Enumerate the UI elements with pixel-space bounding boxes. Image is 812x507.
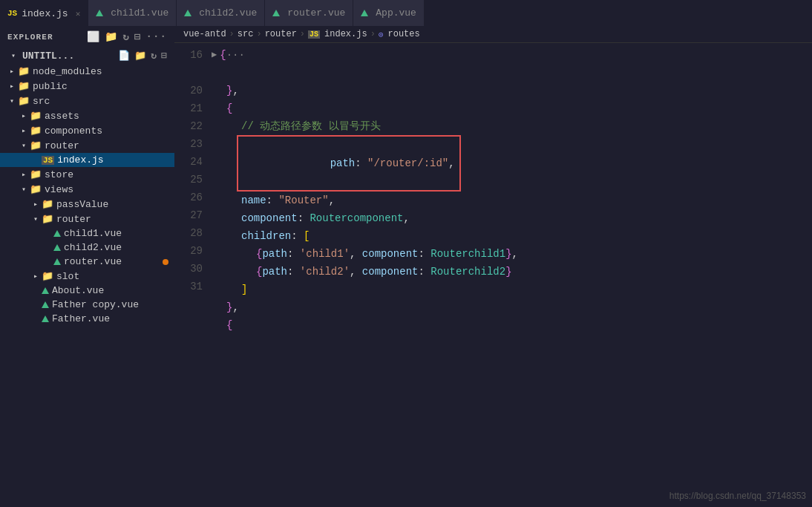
arrow-store [18, 170, 30, 179]
js-icon: JS [7, 9, 17, 18]
sidebar-item-router[interactable]: 📁 router [0, 138, 174, 153]
code-line-21: { [212, 99, 797, 117]
code-line-27: {path: 'child1', component: Routerchild1… [212, 245, 797, 263]
breadcrumb-js-icon: JS [308, 30, 320, 39]
vue-icon-father [42, 315, 49, 322]
vue-icon-child2 [53, 244, 61, 251]
tab-label: child1.vue [111, 7, 168, 19]
code-line-28: {path: 'child2', component: Routerchild2… [212, 263, 797, 281]
vue-icon [361, 10, 368, 16]
tab-index-js[interactable]: JS index.js ✕ [0, 0, 88, 26]
tab-label: index.js [22, 8, 68, 19]
breadcrumb: vue-antd › src › router › JS index.js › … [174, 26, 812, 43]
arrow-public [6, 82, 18, 91]
arrow-router [18, 141, 30, 150]
tab-label: App.vue [376, 7, 416, 19]
code-line-16: ▶ {··· [212, 46, 797, 64]
vue-icon-father-copy [42, 301, 49, 308]
code-line-25: component: Routercomponent, [212, 209, 797, 227]
sidebar-item-public[interactable]: 📁 public [0, 79, 174, 94]
breadcrumb-part-3: router [265, 29, 297, 39]
sidebar-item-router-vue[interactable]: router.vue [0, 255, 174, 269]
new-file-icon2[interactable]: 📄 [118, 50, 130, 62]
breadcrumb-part-5: routes [388, 29, 420, 39]
js-file-icon: JS [42, 156, 54, 165]
sidebar-item-assets[interactable]: 📁 assets [0, 108, 174, 123]
main-layout: EXPLORER ⬜ 📁 ↻ ⊟ ··· UNTITL... 📄 📁 ↻ ⊟ 📁 [0, 26, 812, 507]
code-line-29: ] [212, 281, 797, 298]
vue-icon [272, 10, 280, 16]
tab-close-icon[interactable]: ✕ [76, 9, 81, 19]
sidebar-item-components[interactable]: 📁 components [0, 123, 174, 138]
sidebar-item-father-copy-vue[interactable]: Father copy.vue [0, 298, 174, 312]
arrow-components [18, 126, 30, 135]
arrow-views [18, 185, 30, 194]
more-icon[interactable]: ··· [145, 30, 167, 43]
code-lines: ▶ {··· }, { [212, 46, 812, 507]
tab-label: child2.vue [199, 7, 257, 19]
spacer [212, 64, 797, 82]
breadcrumb-part-4: index.js [324, 29, 367, 39]
breadcrumb-routes-icon: ⊙ [379, 30, 384, 39]
tab-bar: JS index.js ✕ child1.vue child2.vue rout… [0, 0, 812, 26]
code-editor[interactable]: 16 20 21 22 23 24 25 26 27 28 29 30 31 [174, 43, 812, 507]
tab-app-vue[interactable]: App.vue [353, 0, 425, 26]
tab-label: router.vue [287, 7, 345, 19]
code-line-24: name: "Router", [212, 192, 797, 209]
tab-child1-vue[interactable]: child1.vue [88, 0, 177, 26]
line-numbers: 16 20 21 22 23 24 25 26 27 28 29 30 31 [174, 46, 212, 507]
sidebar-item-passvalue[interactable]: 📁 passValue [0, 197, 174, 212]
arrow-slot [30, 272, 42, 281]
breadcrumb-part-1: vue-antd [183, 29, 226, 39]
arrow-src [6, 97, 18, 105]
new-folder-icon2[interactable]: 📁 [134, 50, 146, 62]
project-arrow[interactable] [7, 51, 19, 60]
sidebar-item-father-vue[interactable]: Father.vue [0, 312, 174, 326]
sidebar: EXPLORER ⬜ 📁 ↻ ⊟ ··· UNTITL... 📄 📁 ↻ ⊟ 📁 [0, 26, 174, 507]
collapse-icon2[interactable]: ⊟ [161, 50, 167, 62]
arrow-node-modules [6, 67, 18, 76]
sidebar-item-slot[interactable]: 📁 slot [0, 269, 174, 284]
code-line-26: children: [ [212, 227, 797, 245]
sidebar-item-child2-vue[interactable]: child2.vue [0, 241, 174, 255]
code-line-31: { [212, 316, 797, 334]
arrow-router-views [30, 215, 42, 223]
code-line-20: }, [212, 82, 797, 99]
project-title: UNTITL... [22, 50, 74, 62]
line-arrow: ▶ [212, 46, 217, 64]
vue-icon [96, 10, 103, 16]
editor-panel: vue-antd › src › router › JS index.js › … [174, 26, 812, 507]
arrow-passvalue [30, 200, 42, 209]
vue-icon-about [42, 287, 49, 294]
highlight-box: path: "/router/:id", [237, 135, 461, 192]
vue-icon [184, 10, 191, 16]
refresh-icon2[interactable]: ↻ [151, 50, 157, 62]
sidebar-item-index-js[interactable]: JS index.js [0, 153, 174, 167]
refresh-icon[interactable]: ↻ [122, 30, 130, 43]
new-file-icon[interactable]: ⬜ [87, 30, 100, 43]
sidebar-item-child1-vue[interactable]: child1.vue [0, 226, 174, 241]
code-line-30: }, [212, 298, 797, 316]
code-content: 16 20 21 22 23 24 25 26 27 28 29 30 31 [174, 43, 812, 507]
sidebar-item-store[interactable]: 📁 store [0, 167, 174, 182]
sidebar-item-router-views[interactable]: 📁 router [0, 212, 174, 226]
sidebar-item-views[interactable]: 📁 views [0, 182, 174, 197]
tab-child2-vue[interactable]: child2.vue [177, 0, 265, 26]
vue-icon-router [53, 258, 61, 265]
breadcrumb-part-2: src [238, 29, 254, 39]
code-line-22: // 动态路径参数 以冒号开头 [212, 117, 797, 135]
sidebar-item-about-vue[interactable]: About.vue [0, 284, 174, 298]
sidebar-item-node-modules[interactable]: 📁 node_modules [0, 64, 174, 79]
code-line-23: path: "/router/:id", [212, 135, 797, 192]
sidebar-item-src[interactable]: 📁 src [0, 94, 174, 108]
new-folder-icon[interactable]: 📁 [105, 30, 118, 43]
arrow-assets [18, 111, 30, 120]
modified-dot [163, 259, 168, 265]
tab-router-vue[interactable]: router.vue [265, 0, 353, 26]
watermark: https://blog.csdn.net/qq_37148353 [669, 491, 806, 501]
vue-icon-child1 [53, 230, 61, 237]
collapse-icon[interactable]: ⊟ [134, 30, 142, 43]
explorer-label: EXPLORER [7, 33, 53, 42]
sidebar-header: EXPLORER ⬜ 📁 ↻ ⊟ ··· [0, 26, 174, 48]
project-title-row: UNTITL... 📄 📁 ↻ ⊟ [0, 48, 174, 64]
